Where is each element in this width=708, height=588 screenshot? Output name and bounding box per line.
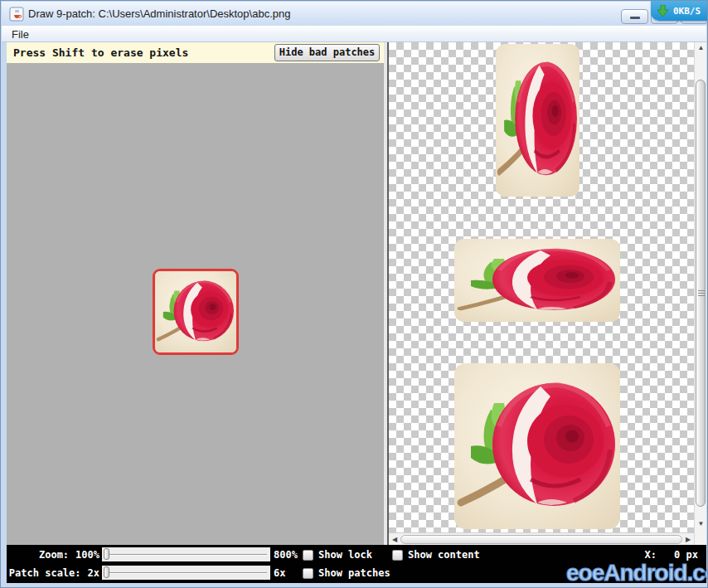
preview-vertical-stretch (496, 44, 579, 197)
zoom-max-label: 800% (274, 549, 298, 561)
minimize-icon (630, 17, 640, 19)
patch-scale-label: Patch scale: (9, 567, 81, 579)
menu-file[interactable]: File (12, 28, 29, 41)
patch-scale-value: 2x (88, 567, 99, 579)
patch-scale-slider[interactable] (102, 566, 270, 580)
java-app-icon (9, 7, 24, 22)
rose-image (454, 363, 620, 529)
x-coordinate-value: 0 px (667, 549, 698, 561)
download-arrow-icon (657, 5, 668, 17)
scrollbar-grip-icon (698, 290, 705, 297)
rose-image (496, 44, 579, 197)
preview-both-stretch (454, 363, 620, 529)
title-bar[interactable]: Draw 9-patch: C:\Users\Administrator\Des… (2, 2, 706, 26)
draw-9patch-window: Draw 9-patch: C:\Users\Administrator\Des… (0, 0, 708, 588)
patch-scale-max-label: 6x (274, 567, 285, 579)
window-title: Draw 9-patch: C:\Users\Administrator\Des… (28, 7, 290, 20)
cursor-coordinates: X: 0 px (645, 549, 698, 561)
vertical-scrollbar-thumb[interactable] (696, 80, 706, 507)
patch-scale-slider-track (105, 572, 267, 573)
zoom-value: 100% (75, 549, 99, 561)
info-bar: Press Shift to erase pixels Hide bad pat… (7, 42, 384, 63)
zoom-slider-thumb[interactable] (104, 548, 109, 560)
vertical-scrollbar[interactable]: ▲ ▼ (694, 42, 706, 545)
patch-scale-label-group: Patch scale: 2x (7, 567, 99, 579)
scroll-down-icon[interactable]: ▼ (695, 520, 707, 527)
menu-bar: File (2, 26, 706, 42)
hide-bad-patches-button[interactable]: Hide bad patches (274, 44, 380, 61)
show-content-label: Show content (408, 549, 480, 561)
show-lock-label: Show lock (318, 549, 372, 561)
minimize-button[interactable] (621, 9, 648, 24)
zoom-slider[interactable] (102, 547, 270, 561)
ninepatch-source-image[interactable] (153, 269, 239, 355)
preview-horizontal-stretch (454, 239, 620, 322)
download-speed-overlay[interactable]: 0KB/S (651, 1, 707, 21)
preview-pane: ◀ ▶ (389, 42, 694, 545)
patch-scale-slider-thumb[interactable] (104, 566, 109, 578)
eoeandroid-watermark: eoeAndroid.com (566, 560, 708, 586)
scroll-up-icon[interactable]: ▲ (695, 44, 707, 51)
show-content-checkbox[interactable]: Show content (392, 549, 480, 561)
rose-image (155, 271, 236, 352)
horizontal-scrollbar-thumb[interactable] (400, 535, 682, 544)
scroll-right-icon[interactable]: ▶ (682, 533, 694, 546)
horizontal-scrollbar[interactable]: ◀ ▶ (389, 532, 694, 545)
x-coordinate-label: X: (645, 549, 657, 561)
download-speed-text: 0KB/S (673, 6, 701, 17)
show-patches-label: Show patches (318, 567, 390, 579)
checkbox-icon[interactable] (392, 550, 403, 561)
zoom-label-group: Zoom: 100% (7, 549, 99, 561)
scroll-left-icon[interactable]: ◀ (389, 533, 400, 546)
editor-pane: Press Shift to erase pixels Hide bad pat… (7, 42, 384, 545)
show-patches-checkbox[interactable]: Show patches (303, 567, 390, 579)
show-lock-checkbox[interactable]: Show lock (303, 549, 372, 561)
checkbox-icon[interactable] (303, 568, 313, 579)
zoom-slider-track (105, 554, 267, 555)
rose-image (454, 239, 620, 322)
info-message: Press Shift to erase pixels (13, 46, 188, 59)
checkbox-icon[interactable] (303, 550, 313, 561)
zoom-label: Zoom: (39, 549, 69, 561)
